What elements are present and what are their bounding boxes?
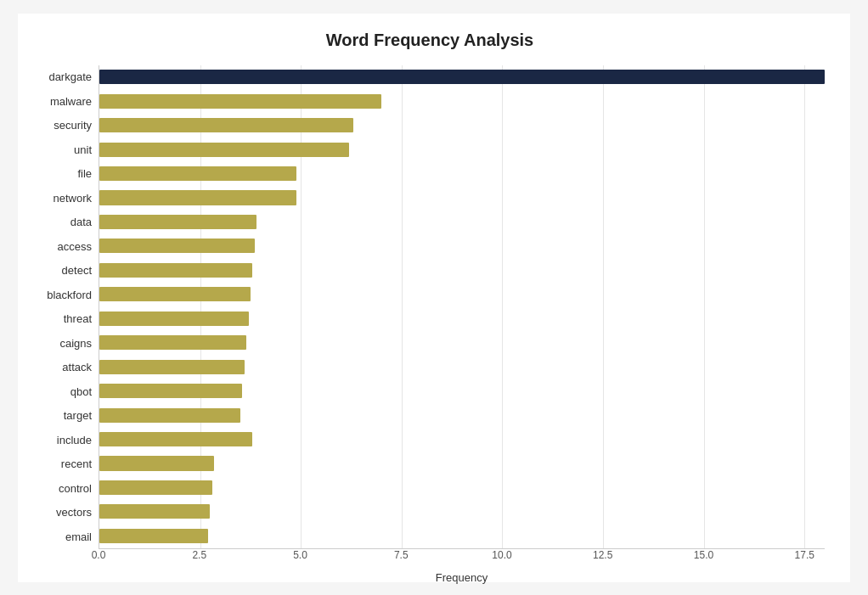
bar-vectors: [99, 504, 210, 519]
bar-row: [99, 475, 825, 499]
y-label: data: [35, 210, 99, 235]
y-label: caigns: [35, 331, 99, 356]
bar-target: [99, 408, 240, 423]
bar-row: [99, 330, 825, 354]
x-tick: 12.5: [593, 549, 612, 561]
bar-row: [99, 500, 825, 524]
chart-container: Word Frequency Analysis darkgatemalwares…: [18, 14, 850, 582]
bar-email: [99, 529, 208, 543]
y-label: threat: [35, 307, 99, 332]
x-tick: 17.5: [795, 549, 814, 561]
y-label: unit: [35, 138, 99, 162]
bar-row: [99, 403, 825, 427]
bar-threat: [99, 312, 249, 326]
y-label: blackford: [35, 283, 99, 307]
y-label: recent: [35, 452, 99, 477]
bar-row: [99, 65, 825, 89]
x-tick: 0.0: [92, 549, 106, 561]
bar-row: [99, 379, 825, 402]
x-tick: 10.0: [492, 549, 511, 561]
bar-row: [99, 452, 825, 475]
y-label: include: [35, 428, 99, 452]
bar-row: [99, 355, 825, 379]
y-label: malware: [35, 89, 99, 114]
y-label: detect: [35, 259, 99, 283]
bar-data: [99, 215, 256, 229]
bars-inner: [99, 65, 825, 548]
bar-malware: [99, 94, 381, 109]
chart-area: darkgatemalwaresecurityunitfilenetworkda…: [35, 65, 825, 549]
bar-row: [99, 89, 825, 113]
y-label: network: [35, 186, 99, 210]
y-label: darkgate: [35, 65, 99, 90]
y-label: security: [35, 114, 99, 138]
bar-network: [99, 190, 296, 205]
bar-access: [99, 239, 255, 253]
bar-row: [99, 234, 825, 258]
x-tick: 7.5: [394, 549, 409, 561]
bar-row: [99, 524, 825, 547]
bar-recent: [99, 456, 214, 470]
y-label: attack: [35, 356, 99, 380]
x-tick: 15.0: [694, 549, 713, 561]
y-labels: darkgatemalwaresecurityunitfilenetworkda…: [35, 65, 99, 549]
x-ticks-row: 0.02.55.07.510.012.515.017.5: [99, 549, 825, 568]
bar-attack: [99, 360, 245, 374]
bar-row: [99, 306, 825, 330]
bar-detect: [99, 263, 252, 278]
y-label: vectors: [35, 501, 99, 525]
bar-darkgate: [99, 70, 825, 84]
y-label: access: [35, 234, 99, 259]
x-tick: 5.0: [293, 549, 307, 561]
y-label: qbot: [35, 379, 99, 404]
bar-include: [99, 432, 252, 446]
y-label: control: [35, 476, 99, 501]
bars-area: [99, 65, 825, 549]
chart-title: Word Frequency Analysis: [35, 31, 825, 50]
y-label: file: [35, 162, 99, 187]
bar-unit: [99, 143, 349, 157]
x-tick: 2.5: [192, 549, 206, 561]
bar-control: [99, 480, 212, 495]
bar-row: [99, 283, 825, 306]
bar-row: [99, 161, 825, 185]
bar-row: [99, 210, 825, 233]
bar-file: [99, 166, 296, 181]
bar-row: [99, 427, 825, 451]
bar-qbot: [99, 384, 242, 398]
bar-row: [99, 258, 825, 282]
y-label: target: [35, 404, 99, 429]
bar-row: [99, 138, 825, 161]
bar-security: [99, 118, 353, 132]
x-axis-label: Frequency: [99, 571, 825, 584]
bar-blackford: [99, 287, 251, 301]
bar-row: [99, 186, 825, 210]
bar-caigns: [99, 335, 246, 350]
bar-row: [99, 113, 825, 137]
y-label: email: [35, 525, 99, 549]
